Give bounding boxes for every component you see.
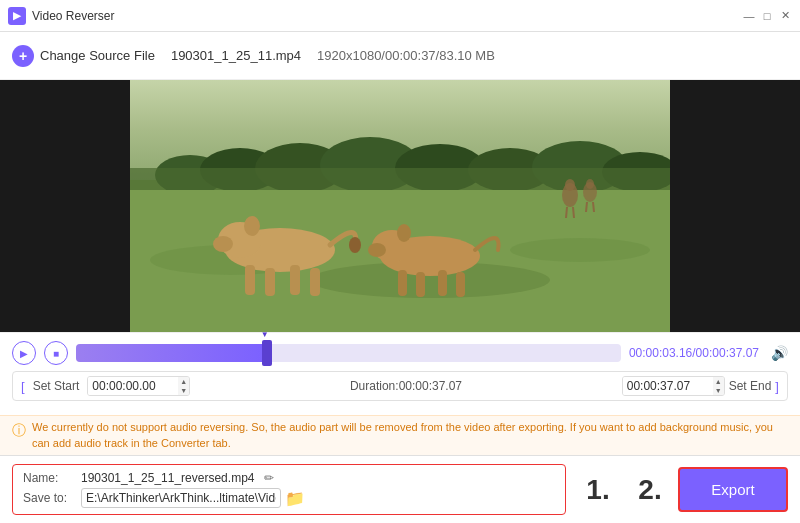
save-path-select[interactable]: E:\ArkThinker\ArkThink...ltimate\Video R…: [81, 488, 281, 508]
title-bar-left: ▶ Video Reverser: [8, 7, 115, 25]
step2-label: 2.: [630, 474, 670, 506]
warning-bar: ⓘ We currently do not support audio reve…: [0, 415, 800, 455]
title-bar: ▶ Video Reverser — □ ✕: [0, 0, 800, 32]
svg-rect-28: [398, 270, 407, 296]
end-time-down[interactable]: ▼: [713, 386, 724, 395]
main-content: + Change Source File 190301_1_25_11.mp4 …: [0, 32, 800, 523]
maximize-button[interactable]: □: [760, 9, 774, 23]
toolbar: + Change Source File 190301_1_25_11.mp4 …: [0, 32, 800, 80]
set-end-label: Set End: [729, 379, 772, 393]
end-time-spinners[interactable]: ▲ ▼: [713, 377, 724, 395]
save-to-label: Save to:: [23, 491, 75, 505]
svg-rect-21: [290, 265, 300, 295]
time-display: 00:00:03.16/00:00:37.07: [629, 346, 759, 360]
svg-rect-29: [416, 272, 425, 297]
export-button[interactable]: Export: [678, 467, 788, 512]
svg-point-14: [510, 238, 650, 262]
set-start-label: Set Start: [33, 379, 80, 393]
svg-point-26: [368, 243, 386, 257]
step1-label: 1.: [578, 474, 618, 506]
end-time-group: ▲ ▼ Set End ]: [622, 376, 779, 396]
end-bracket: ]: [775, 379, 779, 394]
change-source-label: Change Source File: [40, 48, 155, 63]
step2-container: 2. Export: [630, 467, 788, 512]
file-info: 190301_1_25_11.mp4 1920x1080/00:00:37/83…: [171, 48, 495, 63]
svg-point-27: [397, 224, 411, 242]
trim-controls: [ Set Start ▲ ▼ Duration:00:00:37.07 ▲ ▼: [12, 371, 788, 401]
folder-icon[interactable]: 📁: [285, 489, 305, 508]
svg-rect-30: [438, 270, 447, 296]
start-time-input[interactable]: [88, 377, 178, 395]
end-time-input[interactable]: [623, 377, 713, 395]
start-time-input-group[interactable]: ▲ ▼: [87, 376, 190, 396]
start-time-up[interactable]: ▲: [178, 377, 189, 386]
app-icon: ▶: [8, 7, 26, 25]
end-time-input-group[interactable]: ▲ ▼: [622, 376, 725, 396]
start-time-down[interactable]: ▼: [178, 386, 189, 395]
save-to-row: Save to: E:\ArkThinker\ArkThink...ltimat…: [23, 488, 555, 508]
svg-point-33: [565, 179, 575, 191]
play-button[interactable]: ▶: [12, 341, 36, 365]
save-path-container: E:\ArkThinker\ArkThink...ltimate\Video R…: [81, 488, 555, 508]
video-frame: [130, 80, 670, 332]
duration-label: Duration:00:00:37.07: [350, 379, 462, 393]
svg-rect-19: [245, 265, 255, 295]
plus-icon: +: [12, 45, 34, 67]
file-meta: 1920x1080/00:00:37/83.10 MB: [317, 48, 495, 63]
svg-line-34: [566, 207, 567, 218]
svg-point-23: [349, 237, 361, 253]
file-details-box: Name: 190301_1_25_11_reversed.mp4 ✏ Save…: [12, 464, 566, 515]
end-time-up[interactable]: ▲: [713, 377, 724, 386]
timeline-fill: [76, 344, 267, 362]
svg-rect-31: [456, 272, 465, 297]
close-button[interactable]: ✕: [778, 9, 792, 23]
svg-rect-20: [265, 268, 275, 296]
bottom-bar: Name: 190301_1_25_11_reversed.mp4 ✏ Save…: [0, 455, 800, 523]
volume-icon[interactable]: 🔊: [771, 345, 788, 361]
svg-point-37: [586, 179, 594, 189]
change-source-button[interactable]: + Change Source File: [12, 45, 155, 67]
window-controls[interactable]: — □ ✕: [742, 9, 792, 23]
app-title: Video Reverser: [32, 9, 115, 23]
svg-line-39: [593, 202, 594, 212]
svg-line-35: [573, 207, 574, 218]
output-name: 190301_1_25_11_reversed.mp4: [81, 471, 254, 485]
warning-icon: ⓘ: [12, 422, 26, 440]
file-name: 190301_1_25_11.mp4: [171, 48, 301, 63]
stop-button[interactable]: ■: [44, 341, 68, 365]
timeline-area: ▶ ■ 00:00:03.16/00:00:37.07 🔊 [ Set Star…: [0, 332, 800, 415]
minimize-button[interactable]: —: [742, 9, 756, 23]
playback-controls: ▶ ■ 00:00:03.16/00:00:37.07 🔊: [12, 341, 788, 365]
right-letterbox: [670, 80, 800, 332]
svg-point-18: [244, 216, 260, 236]
left-letterbox: [0, 80, 130, 332]
timeline-track[interactable]: [76, 344, 621, 362]
svg-line-38: [586, 202, 587, 212]
video-preview: [0, 80, 800, 332]
edit-name-icon[interactable]: ✏: [264, 471, 274, 485]
name-label: Name:: [23, 471, 75, 485]
timeline-handle[interactable]: [262, 340, 272, 366]
svg-rect-22: [310, 268, 320, 296]
svg-point-17: [213, 236, 233, 252]
start-bracket: [: [21, 379, 25, 394]
name-row: Name: 190301_1_25_11_reversed.mp4 ✏: [23, 471, 555, 485]
warning-text: We currently do not support audio revers…: [32, 420, 788, 451]
start-time-spinners[interactable]: ▲ ▼: [178, 377, 189, 395]
